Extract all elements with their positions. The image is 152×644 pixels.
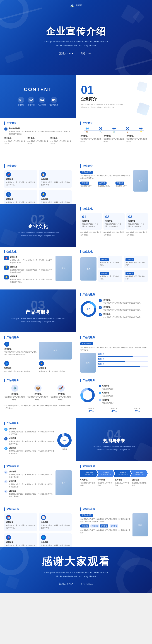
- prod-item-1: 🔵 说明标题 在这里输入文字，在这里输入您的文字，可以通过点击文字框修改文字内容…: [4, 342, 37, 360]
- content-title: CONTENT: [24, 87, 52, 92]
- culture-sub-2: 在这里输入文字，可以通过点击修改内容。: [103, 231, 125, 236]
- image-placeholder-1: 图片: [133, 170, 148, 192]
- future-right-2: 规划与未来 重要说明标题 在这里输入您的文字，在这里输入文字，可以通过点击文字框…: [76, 504, 152, 547]
- ri-card-3: 说明标题 在这里输入文字。: [115, 181, 131, 187]
- cover-meta: 汇报人：XXX 日期：202X: [59, 52, 93, 55]
- slide-product-3: 产品与服务 ⚙️ 说明标题 在这里输入文字，可以通过点击修改。 📦 说明标题 在…: [0, 375, 152, 418]
- logo-icon: 🏔️: [70, 3, 74, 8]
- product-left-4: 产品与服务 A 说明标题 在这里输入您的文字，在这里输入文字，可以通过点击文字框…: [0, 418, 76, 461]
- tl-desc-3: 说明标题 在这里输入文字，可以修改文字内容。: [126, 135, 148, 143]
- intro-item-1: ★ 基础说明标题 在这里输入您的文字，在这里输入文字，可以通过点击文字框修改文字…: [4, 127, 72, 136]
- culture-left-2: 企业文化 🎯 说明标题 在这里输入您的文字，在这里输入文字，可以通过点击文字框修…: [0, 246, 76, 290]
- company-intro-left-1: 企业简介 ★ 基础说明标题 在这里输入您的文字，在这里输入文字，可以通过点击文字…: [0, 118, 76, 161]
- ri-card-1: 说明标题 在这里输入文字。: [80, 181, 96, 187]
- culture-sub-3: 在这里输入文字，可以通过点击修改内容。: [126, 231, 148, 236]
- section-03-panel: 03 产品与服务 A designer can use default text…: [0, 290, 76, 332]
- future-left-1: 规划与未来 A 说明标题 在这里输入您的文字，在这里输入文字，可以通过点击文字框…: [0, 461, 76, 504]
- slide-future-2: 规划与未来 📅 说明标题 在这里输入文字，可以通过点击文字框修改文字内容。 📈 …: [0, 504, 152, 547]
- intro-sub-2: 说明标题 在这里输入文字，可以修改文字内容。: [27, 137, 49, 145]
- prod-item-2: 🔷 说明标题 在这里输入文字，可以修改文字内容。: [4, 361, 37, 372]
- section-01-intro: 01 企业简介 Text Box is used to simulate wha…: [76, 75, 152, 118]
- future-image: 图片: [56, 470, 72, 495]
- content-item-2: 02 企业文化: [28, 97, 35, 106]
- slide-section3: 03 产品与服务 A designer can use default text…: [0, 290, 152, 332]
- wheel-chart: 服务: [80, 301, 96, 318]
- card-4: ⭐ 说明标题 在这里输入文字，可以通过点击文字框修改文字内容。: [39, 190, 72, 204]
- future-left-2: 规划与未来 📅 说明标题 在这里输入文字，可以通过点击文字框修改文字内容。 📈 …: [0, 504, 76, 547]
- culture-sub-1: 在这里输入文字，可以通过点击修改内容。: [80, 231, 102, 236]
- thanks-meta: 汇报人：XXX 日期：202X: [59, 582, 93, 586]
- timeline: 🏠 🔍 📊 📋 💡: [80, 127, 148, 132]
- slide-product-4: 产品与服务 A 说明标题 在这里输入您的文字，在这里输入文字，可以通过点击文字框…: [0, 418, 152, 461]
- future-image-r: 图片: [132, 513, 148, 536]
- prod-col-3: 🚀 说明标题 在这里输入文字，可以通过点击修改。: [50, 384, 72, 401]
- pie-93: 93% 满意度: [57, 433, 72, 450]
- prod-image-r: 图片: [80, 353, 96, 372]
- intro-sub-3: 说明标题 在这里输入文字，可以修改文字内容。: [50, 137, 72, 145]
- thanks-sub: A designer can use default text to simul…: [44, 571, 108, 578]
- company-intro-left-2: 企业简介 📌 说明标题 在这里输入文字，可以通过点击文字框修改文字内容。 📋 说…: [0, 161, 76, 204]
- slide-company-intro-1: 企业简介 ★ 基础说明标题 在这里输入您的文字，在这里输入文字，可以通过点击文字…: [0, 118, 152, 161]
- culture-card-03: 03 说明标题 在这里输入文字，可以通过点击修改内容。: [126, 213, 148, 230]
- culture-card-01: 01 说明标题 在这里输入文字，可以通过点击修改内容。: [80, 213, 102, 230]
- slide-product-2: 产品与服务 🔵 说明标题 在这里输入文字，在这里输入您的文字，可以通过点击文字框…: [0, 332, 152, 375]
- slide-title-r: 企业简介: [80, 122, 148, 125]
- content-menu: CONTENT 01 企业简介 02 企业文化 03 产品与服务 04 规划与未…: [0, 75, 76, 118]
- slide-cover: 🏔️ 澳界图 企业宣传介绍 A designer can use default…: [0, 0, 152, 75]
- product-right-2: 产品与服务 重要说明标题 在这里输入您的文字，在这里输入文字，可以通过点击文字框…: [76, 332, 152, 375]
- card-1: 📌 说明标题 在这里输入文字，可以通过点击文字框修改文字内容。: [4, 170, 37, 188]
- intro-sub-1: 说明标题 在这里输入文字，可以修改文字内容。: [4, 137, 26, 145]
- content-item-1: 01 企业简介: [18, 97, 25, 106]
- date-label: 日期：202X: [80, 52, 93, 55]
- cover-title: 企业宣传介绍: [46, 25, 106, 38]
- company-intro-right-2: 企业简介 主要说明标题 在这里输入您的文字，在这里输入文字，可以通过点击文字框修…: [76, 161, 152, 204]
- slide-title: 企业简介: [4, 122, 72, 125]
- section-01-desc: Text Box is used to simulate what text w…: [81, 103, 147, 109]
- culture-image-r: 图片: [80, 257, 96, 280]
- content-items: 01 企业简介 02 企业文化 03 产品与服务 04 规划与未来: [18, 97, 58, 106]
- section-02-panel: 02 企业文化 Text Box is used to simulate wha…: [0, 204, 76, 246]
- logo: 🏔️ 澳界图: [70, 3, 82, 8]
- slide-thanks: 感谢大家观看 A designer can use default text t…: [0, 547, 152, 593]
- slide-company-intro-2: 企业简介 📌 说明标题 在这里输入文字，可以通过点击文字框修改文字内容。 📋 说…: [0, 161, 152, 204]
- culture-image: 图片: [56, 256, 72, 281]
- tl-desc-1: 说明标题 在这里输入文字，可以修改文字内容。: [80, 135, 102, 143]
- reporter-label: 汇报人：XXX: [59, 52, 73, 55]
- future-right-1: 规划与未来 说明标题在这里输入文字 说明标题在这里输入文字 说明标题在这里输入文…: [76, 461, 152, 504]
- product-left-2: 产品与服务 🔵 说明标题 在这里输入文字，在这里输入您的文字，可以通过点击文字框…: [0, 332, 76, 375]
- card-3: 🔧 说明标题 在这里输入文字，可以通过点击文字框修改文字内容。: [4, 190, 37, 204]
- cover-sub: A designer can use default text to simul…: [44, 40, 108, 48]
- company-intro-right-1: 企业简介 🏠 🔍 📊 📋 💡: [76, 118, 152, 161]
- content-item-3: 03 产品与服务: [38, 97, 47, 106]
- section-04-panel: 04 规划与未来 Text Box is used to simulate wh…: [76, 418, 152, 461]
- prod-col-1: ⚙️ 说明标题 在这里输入文字，可以通过点击修改。: [4, 384, 26, 401]
- donut-chart: [80, 388, 95, 402]
- product-service-intro: 产品与服务 服务 1 说明标题 在这里输入文字，可以通过点击文字框修改文字内容。: [76, 290, 152, 332]
- ri-card-2: 说明标题 在这里输入文字。: [98, 181, 114, 187]
- product-right-3: 产品与服务 说明标题 在这里输入文字。: [76, 375, 152, 418]
- tl-desc-2: 说明标题 在这里输入文字，可以修改文字内容。: [103, 135, 125, 143]
- product-left-3: 产品与服务 ⚙️ 说明标题 在这里输入文字，可以通过点击修改。 📦 说明标题 在…: [0, 375, 76, 418]
- prod-col-2: 📦 说明标题 在这里输入文字，可以通过点击修改。: [27, 384, 49, 401]
- culture-card-02: 02 说明标题 在这里输入文字，可以通过点击修改内容。: [103, 213, 125, 230]
- slide-content-overview: CONTENT 01 企业简介 02 企业文化 03 产品与服务 04 规划与未…: [0, 75, 152, 118]
- svg-text:服务: 服务: [86, 308, 91, 310]
- culture-intro-cards: 企业文化 01 说明标题 在这里输入文字，可以通过点击修改内容。 02 说明标题…: [76, 204, 152, 246]
- prod-item-3: 🔸 说明标题 在这里输入文字，可以修改文字内容。: [39, 361, 72, 372]
- logo-text: 澳界图: [76, 4, 82, 7]
- slide-future-1: 规划与未来 A 说明标题 在这里输入您的文字，在这里输入文字，可以通过点击文字框…: [0, 461, 152, 504]
- arrow-steps: 说明标题在这里输入文字 说明标题在这里输入文字 说明标题在这里输入文字 说明标题…: [80, 470, 148, 477]
- card-2: 📋 说明标题 在这里输入文字，可以通过点击文字框修改文字内容。: [39, 170, 72, 188]
- slide-culture-2: 企业文化 🎯 说明标题 在这里输入您的文字，在这里输入文字，可以通过点击文字框修…: [0, 246, 152, 290]
- slide-section2-intro: 02 企业文化 Text Box is used to simulate wha…: [0, 204, 152, 246]
- prod-image: 图片: [39, 342, 72, 360]
- thanks-title: 感谢大家观看: [42, 555, 110, 568]
- content-item-4: 04 规划与未来: [49, 97, 58, 106]
- culture-right-2: 企业文化 图片 说明标题 在这里输入文字，可以修改内容。 说明标题 在这里输入文…: [76, 246, 152, 290]
